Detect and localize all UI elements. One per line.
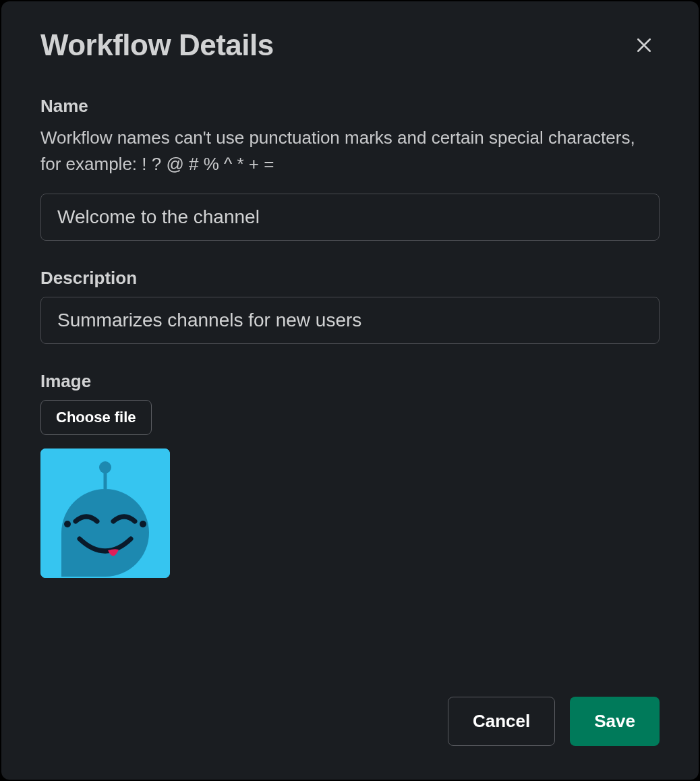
modal-header: Workflow Details xyxy=(40,28,660,62)
image-preview[interactable] xyxy=(40,449,170,578)
cancel-button[interactable]: Cancel xyxy=(448,697,555,746)
description-field-group: Description xyxy=(40,268,660,344)
save-button[interactable]: Save xyxy=(570,697,660,746)
image-field-group: Image Choose file xyxy=(40,371,660,578)
modal-title: Workflow Details xyxy=(40,28,274,62)
close-button[interactable] xyxy=(629,30,660,61)
workflow-details-modal: Workflow Details Name Workflow names can… xyxy=(1,1,699,780)
name-label: Name xyxy=(40,96,660,117)
name-input[interactable] xyxy=(40,194,660,241)
name-help-text: Workflow names can't use punctuation mar… xyxy=(40,125,660,177)
description-label: Description xyxy=(40,268,660,289)
close-icon xyxy=(634,35,654,55)
name-field-group: Name Workflow names can't use punctuatio… xyxy=(40,96,660,241)
svg-point-6 xyxy=(140,521,146,527)
modal-footer: Cancel Save xyxy=(40,697,660,746)
robot-icon xyxy=(40,449,170,578)
image-label: Image xyxy=(40,371,660,392)
svg-point-5 xyxy=(64,521,71,527)
choose-file-button[interactable]: Choose file xyxy=(40,400,152,435)
description-input[interactable] xyxy=(40,297,660,344)
svg-point-4 xyxy=(99,461,111,473)
